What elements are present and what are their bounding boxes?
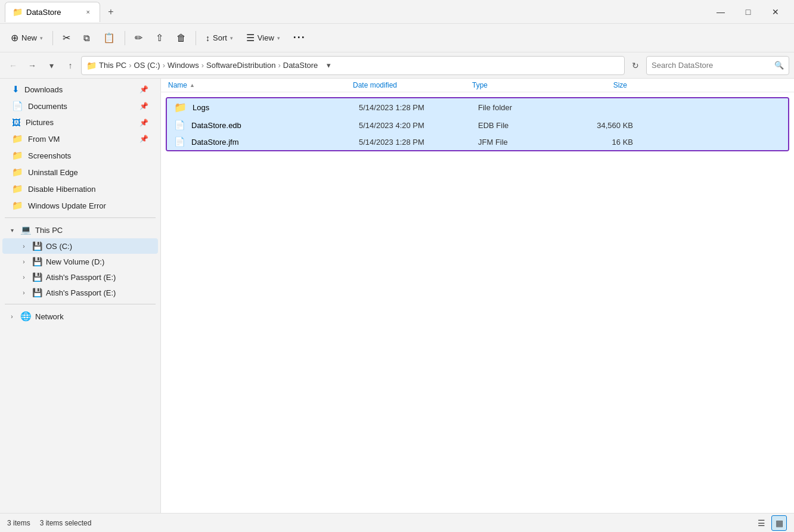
sidebar-item-osc[interactable]: › 💾 OS (C:) <box>2 238 158 254</box>
more-button[interactable]: ··· <box>287 27 312 49</box>
header-type-label: Type <box>472 81 488 89</box>
file-name-jfm: 📄 DataStore.jfm <box>174 136 359 147</box>
windowsupdateerror-icon: 📁 <box>12 200 23 211</box>
details-view-button[interactable]: ▦ <box>771 515 787 531</box>
header-name[interactable]: Name ▲ <box>168 81 353 89</box>
search-input[interactable] <box>652 61 772 70</box>
details-view-icon: ▦ <box>776 518 783 528</box>
sidebar-label-passport-e2: Atish's Passport (E:) <box>46 288 116 297</box>
file-row-logs[interactable]: 📁 Logs 5/14/2023 1:28 PM File folder <box>167 98 788 117</box>
newvolume-icon: 💾 <box>32 257 42 266</box>
breadcrumb-bar[interactable]: 📁 This PC › OS (C:) › Windows › Software… <box>81 56 625 75</box>
tab-close-button[interactable]: × <box>84 7 92 17</box>
file-modified-logs: 5/14/2023 1:28 PM <box>359 103 478 112</box>
breadcrumb-folder-icon: 📁 <box>86 61 97 70</box>
sidebar-item-passport-e1[interactable]: › 💾 Atish's Passport (E:) <box>2 269 158 285</box>
sidebar-item-passport-e2[interactable]: › 💾 Atish's Passport (E:) <box>2 285 158 300</box>
back-button[interactable]: ← <box>5 57 21 74</box>
sidebar-label-osc: OS (C:) <box>46 242 72 251</box>
folder-icon-logs: 📁 <box>174 101 187 114</box>
sidebar-label-passport-e1: Atish's Passport (E:) <box>46 273 116 282</box>
up-button[interactable]: ↑ <box>62 57 79 74</box>
new-button[interactable]: ⊕ New ▾ <box>5 27 49 49</box>
fromvm-icon: 📁 <box>12 133 23 144</box>
view-chevron: ▾ <box>277 35 280 41</box>
new-tab-button[interactable]: + <box>103 4 119 20</box>
sidebar-item-downloads[interactable]: ⬇ Downloads 📌 <box>2 81 158 98</box>
screenshots-icon: 📁 <box>12 150 23 161</box>
separator-3 <box>196 31 196 45</box>
header-size[interactable]: Size <box>567 81 627 89</box>
breadcrumb-datastore[interactable]: DataStore <box>283 61 318 70</box>
breadcrumb-windows[interactable]: Windows <box>168 61 199 70</box>
header-modified[interactable]: Date modified <box>353 81 472 89</box>
file-name-logs: 📁 Logs <box>174 101 359 114</box>
file-modified-edb: 5/14/2023 4:20 PM <box>359 121 478 130</box>
forward-button[interactable]: → <box>24 57 41 74</box>
breadcrumb-sep-1: › <box>129 61 131 70</box>
sidebar-item-windowsupdateerror[interactable]: 📁 Windows Update Error <box>2 197 158 214</box>
selection-box: 📁 Logs 5/14/2023 1:28 PM File folder 📄 D… <box>166 97 789 151</box>
paste-icon: 📋 <box>103 32 115 43</box>
sidebar-item-pictures[interactable]: 🖼 Pictures 📌 <box>2 114 158 130</box>
file-type-jfm: JFM File <box>478 138 573 147</box>
list-view-icon: ☰ <box>758 518 765 528</box>
more-icon: ··· <box>293 32 306 44</box>
pin-icon-documents: 📌 <box>139 102 148 110</box>
title-bar-left: 📁 DataStore × + <box>5 2 119 22</box>
share-icon: ⇧ <box>156 32 163 43</box>
back-icon: ← <box>9 61 17 70</box>
list-view-button[interactable]: ☰ <box>753 515 769 531</box>
sidebar-label-newvolume: New Volume (D:) <box>46 257 104 266</box>
sidebar-item-network[interactable]: › 🌐 Network <box>2 308 158 325</box>
copy-button[interactable]: ⧉ <box>77 27 96 49</box>
passport-e1-icon: 💾 <box>32 272 42 282</box>
active-tab[interactable]: 📁 DataStore × <box>5 2 100 22</box>
file-icon-jfm: 📄 <box>174 136 185 147</box>
thispc-expand-icon: ▾ <box>7 227 17 234</box>
tab-folder-icon: 📁 <box>13 7 23 17</box>
file-row-jfm[interactable]: 📄 DataStore.jfm 5/14/2023 1:28 PM JFM Fi… <box>167 133 788 150</box>
breadcrumb-sep-3: › <box>201 61 204 70</box>
sidebar-item-uninstalledge[interactable]: 📁 Uninstall Edge <box>2 164 158 181</box>
cut-button[interactable]: ✂ <box>57 27 76 49</box>
minimize-button[interactable]: — <box>707 2 734 21</box>
disablehibernation-icon: 📁 <box>12 183 23 194</box>
sidebar-label-fromvm: From VM <box>28 135 60 144</box>
file-list-header: Name ▲ Date modified Type Size <box>161 79 794 92</box>
sidebar-item-documents[interactable]: 📄 Documents 📌 <box>2 98 158 114</box>
rename-button[interactable]: ✏ <box>129 27 148 49</box>
sidebar-item-fromvm[interactable]: 📁 From VM 📌 <box>2 130 158 147</box>
downloads-icon: ⬇ <box>12 84 20 95</box>
delete-button[interactable]: 🗑 <box>170 27 192 49</box>
sidebar-item-disablehibernation[interactable]: 📁 Disable Hibernation <box>2 181 158 197</box>
sidebar-item-newvolume[interactable]: › 💾 New Volume (D:) <box>2 254 158 269</box>
rename-icon: ✏ <box>135 32 142 43</box>
up-icon: ↑ <box>69 61 73 70</box>
maximize-button[interactable]: □ <box>734 2 762 21</box>
breadcrumb-softwaredistribution[interactable]: SoftwareDistribution <box>206 61 275 70</box>
view-button[interactable]: ☰ View ▾ <box>240 27 286 49</box>
sidebar-label-documents: Documents <box>28 102 67 111</box>
sidebar-item-screenshots[interactable]: 📁 Screenshots <box>2 147 158 164</box>
breadcrumb-this-pc[interactable]: This PC <box>99 61 126 70</box>
header-size-label: Size <box>613 81 627 89</box>
new-label: New <box>21 33 37 42</box>
sort-button[interactable]: ↕ Sort ▾ <box>200 27 239 49</box>
file-row-edb[interactable]: 📄 DataStore.edb 5/14/2023 4:20 PM EDB Fi… <box>167 117 788 133</box>
paste-button[interactable]: 📋 <box>97 27 121 49</box>
refresh-button[interactable]: ↻ <box>627 57 644 74</box>
header-type[interactable]: Type <box>472 81 567 89</box>
passport-e2-icon: 💾 <box>32 288 42 297</box>
close-button[interactable]: ✕ <box>762 2 789 21</box>
window-controls: — □ ✕ <box>707 2 789 21</box>
sidebar-item-thispc[interactable]: ▾ 💻 This PC <box>2 222 158 238</box>
status-bar: 3 items 3 items selected ☰ ▦ <box>0 513 794 532</box>
network-icon: 🌐 <box>20 311 32 322</box>
recent-button[interactable]: ▾ <box>43 57 60 74</box>
file-type-logs: File folder <box>478 103 573 112</box>
share-button[interactable]: ⇧ <box>150 27 169 49</box>
breadcrumb-c-drive[interactable]: OS (C:) <box>134 61 160 70</box>
pictures-icon: 🖼 <box>12 117 21 127</box>
breadcrumb-chevron[interactable]: ▾ <box>322 57 334 74</box>
